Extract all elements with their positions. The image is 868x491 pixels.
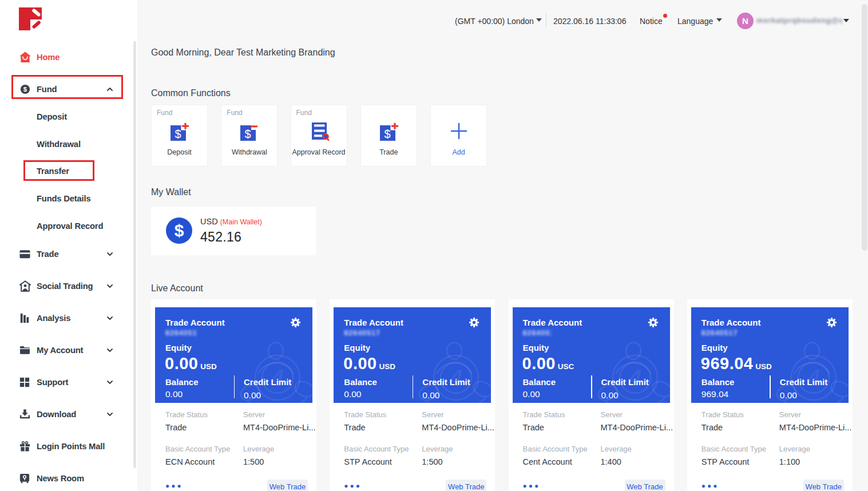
svg-text:$: $: [384, 128, 390, 140]
svg-text:$: $: [175, 128, 181, 140]
svg-text:$: $: [244, 128, 251, 140]
svg-text:$: $: [23, 86, 27, 93]
